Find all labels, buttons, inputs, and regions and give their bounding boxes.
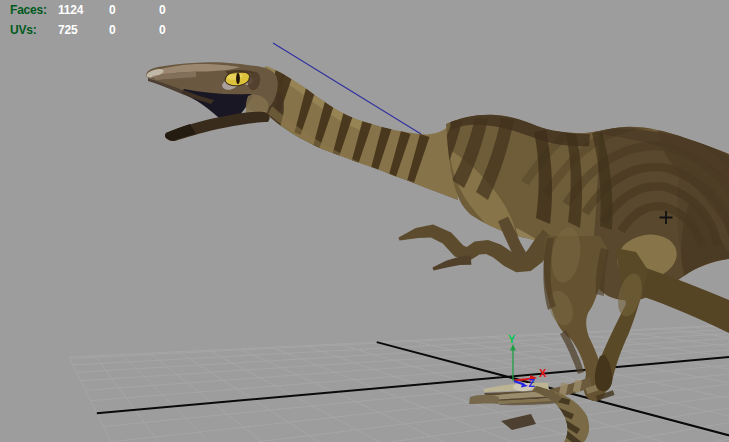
svg-text:Y: Y [508,333,516,345]
svg-text:Z: Z [529,377,536,389]
svg-text:X: X [539,367,547,379]
